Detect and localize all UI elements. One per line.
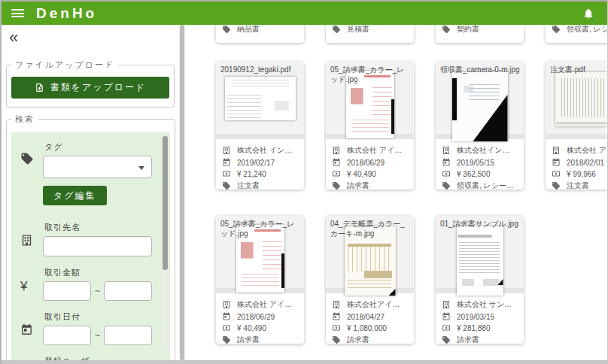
search-filters-panel: タグ タグ編集 取引先名 取引金額 ¥ <box>11 132 170 360</box>
transaction-date: 2018/06/29 <box>237 313 275 321</box>
date-from-input[interactable] <box>43 326 91 345</box>
date-filter: 取引日付 ~ <box>43 311 152 345</box>
tag-icon <box>222 335 231 344</box>
document-card-partial[interactable]: 見積書 <box>326 25 414 43</box>
tag-select[interactable] <box>43 156 152 178</box>
calendar-icon <box>20 323 33 336</box>
tag-icon <box>332 25 341 34</box>
money-icon <box>332 169 341 178</box>
search-panel-scrollbar[interactable] <box>163 136 168 349</box>
card-row-3: 05_請求書_カラー_レッド.jpg 株式会社 アイ… 2018/06/29 ¥… <box>216 216 524 344</box>
sidebar-scrollbar[interactable] <box>179 25 185 360</box>
document-card[interactable]: 05_請求書_カラー_レッド.jpg 株式会社 アイ… 2018/06/29 ¥… <box>326 62 414 190</box>
document-tags: 請求書 <box>237 335 260 344</box>
tag-icon <box>20 152 34 165</box>
document-tags: 注文書 <box>237 180 260 190</box>
document-thumbnail <box>452 72 508 141</box>
document-card-partial[interactable]: 領収書, レシ <box>546 25 606 43</box>
card-details: 株式会社イン… 2019/05/15 ¥ 362,500 領収書, レシー… <box>436 139 524 190</box>
tag-icon <box>552 25 561 34</box>
card-details: 株式会社 イン… 2019/02/17 ¥ 21,240 注文書 <box>216 139 304 190</box>
range-separator: ~ <box>95 330 100 341</box>
menu-icon[interactable] <box>11 9 24 17</box>
document-card-partial[interactable]: 契約書 <box>436 25 524 43</box>
document-card[interactable]: 05_請求書_カラー_レッド.jpg 株式会社 アイ… 2018/06/29 ¥… <box>216 216 304 344</box>
date-row: 2018/04/27 <box>332 312 408 321</box>
date-row: 2018/02/01 <box>552 158 606 167</box>
company-name: 株式会社 アイ… <box>347 145 402 156</box>
document-card-partial[interactable]: 納品書 <box>216 25 304 43</box>
document-filename: 01_請求書サンプル.jpg <box>440 219 521 229</box>
tag-icon <box>442 181 451 190</box>
date-label: 取引日付 <box>44 311 152 323</box>
money-icon <box>222 323 231 332</box>
document-filename: 注文書.pdf <box>550 65 606 74</box>
calendar-icon <box>442 312 451 321</box>
tags-row: 請求書 <box>442 335 518 344</box>
document-card[interactable]: 注文書.pdf 株式会社 アイ 2018/02/01 ¥ 99,966 注文書 <box>546 62 606 190</box>
company-name: 株式会社 サン… <box>457 299 512 310</box>
chevron-down-icon <box>138 166 144 170</box>
document-card[interactable]: 01_請求書サンプル.jpg 株式会社 サン… 2019/03/15 ¥ 281… <box>436 216 524 344</box>
money-icon <box>332 323 341 332</box>
sidebar: « ファイルアップロード 書類をアップロード 検索 タグ タグ編集 <box>2 25 178 360</box>
document-card[interactable]: 20190912_tegaki.pdf 株式会社 イン… 2019/02/17 … <box>216 62 304 190</box>
partner-name-input[interactable] <box>43 236 152 256</box>
document-tags: 注文書 <box>567 180 589 190</box>
amount-from-input[interactable] <box>43 281 91 301</box>
card-divider <box>546 134 606 139</box>
partner-filter: 取引先名 <box>43 222 152 256</box>
amount-to-input[interactable] <box>104 281 152 301</box>
company-row: 株式会社 イン… <box>222 145 298 156</box>
amount-row: ¥ 1,080,000 <box>332 323 408 332</box>
building-icon <box>552 146 561 155</box>
tag-icon <box>222 181 231 190</box>
company-row: 株式会社 アイ… <box>332 145 408 156</box>
notifications-icon[interactable] <box>582 8 594 20</box>
document-grid: 納品書 見積書 契約書 領収書, レシ 20190912_tegaki.pdf <box>186 25 606 360</box>
document-thumbnail <box>457 226 503 296</box>
calendar-icon <box>442 158 451 167</box>
file-upload-legend: ファイルアップロード <box>11 59 118 71</box>
document-card[interactable]: 領収書_camera-0-m.jpg 株式会社イン… 2019/05/15 ¥ … <box>436 62 524 190</box>
card-details: 株式会社アイ… 2018/04/27 ¥ 1,080,000 請求書 <box>326 293 414 344</box>
upload-documents-button[interactable]: 書類をアップロード <box>11 77 169 99</box>
document-filename: 04_デモ帳票_カラー_カーキ-m.jpg <box>330 219 411 238</box>
tags-row: 注文書 <box>222 180 298 190</box>
document-tags: 領収書, レシー… <box>457 180 514 190</box>
tag-edit-button[interactable]: タグ編集 <box>43 186 107 205</box>
company-row: 株式会社 サン… <box>442 299 518 310</box>
collapse-sidebar-button[interactable]: « <box>9 29 178 46</box>
building-icon <box>442 300 451 309</box>
document-tags: 請求書 <box>347 180 369 190</box>
amount-label: 取引金額 <box>44 267 152 278</box>
card-row-1: 納品書 見積書 契約書 領収書, レシ <box>216 25 606 43</box>
app-title: DenHo <box>36 5 97 22</box>
card-thumbnail-area: 05_請求書_カラー_レッド.jpg <box>326 62 414 134</box>
yen-icon: ¥ <box>20 279 27 294</box>
calendar-icon <box>332 158 341 167</box>
company-name: 株式会社イン… <box>457 145 509 156</box>
building-icon <box>332 146 341 155</box>
transaction-amount: ¥ 362,500 <box>457 170 491 178</box>
card-thumbnail-area: 20190912_tegaki.pdf <box>216 62 304 134</box>
search-legend: 検索 <box>11 114 38 125</box>
date-to-input[interactable] <box>104 326 152 345</box>
transaction-amount: ¥ 1,080,000 <box>347 324 387 332</box>
transaction-date: 2019/02/17 <box>237 159 275 167</box>
company-name: 株式会社アイ… <box>347 299 400 310</box>
document-card[interactable]: 04_デモ帳票_カラー_カーキ-m.jpg 株式会社アイ… 2018/04/27… <box>326 216 414 344</box>
company-row: 株式会社 アイ… <box>222 299 298 310</box>
building-icon <box>442 146 451 155</box>
tag-filter: タグ <box>43 132 152 178</box>
amount-row: ¥ 21,240 <box>222 169 298 178</box>
company-row: 株式会社アイ… <box>332 299 408 310</box>
scrollbar-thumb[interactable] <box>180 25 184 360</box>
tags-row: 請求書 <box>332 180 408 190</box>
tags-row: 請求書 <box>332 335 408 344</box>
card-details: 株式会社 アイ 2018/02/01 ¥ 99,966 注文書 <box>546 139 606 190</box>
tag-icon <box>552 181 561 190</box>
document-tags: 納品書 <box>237 25 260 35</box>
scrollbar-thumb[interactable] <box>163 136 168 270</box>
horizontal-scrollbar[interactable] <box>2 360 607 364</box>
